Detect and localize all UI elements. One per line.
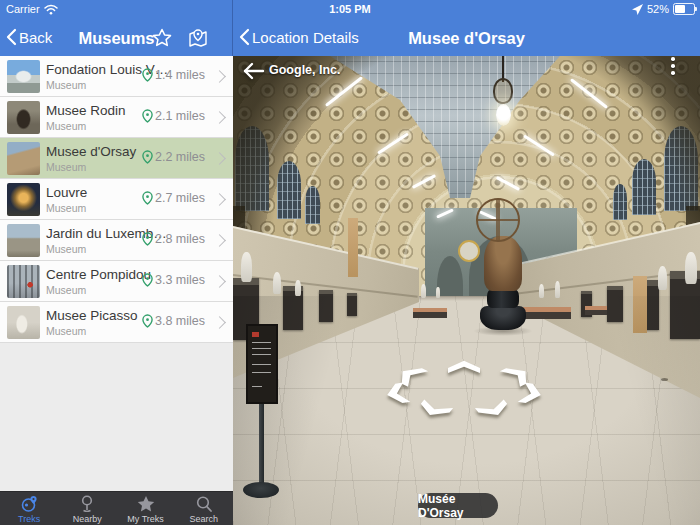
- distance-pin-icon: [142, 191, 153, 205]
- list-item-fondation[interactable]: Fondation Louis V… Museum 1.4 miles: [0, 56, 233, 97]
- museum-title: Musee Rodin: [46, 103, 126, 118]
- statue-pedestal-drum: [487, 289, 519, 308]
- museum-list: Fondation Louis V… Museum 1.4 miles Muse…: [0, 56, 233, 343]
- statue: [295, 280, 301, 296]
- sign-base: [243, 482, 279, 498]
- statue-pedestal: [480, 306, 526, 330]
- google-attribution: Google, Inc.: [269, 63, 341, 77]
- distance-pin-icon: [142, 232, 153, 246]
- info-sign: [246, 324, 278, 404]
- trek-route-icon: [19, 494, 39, 514]
- street-view-title: Musee d'Orsay: [233, 29, 700, 48]
- distance-label: 2.1 miles: [142, 109, 205, 123]
- museum-category: Museum: [46, 243, 86, 255]
- chevron-right-icon: [213, 111, 226, 124]
- distance-label: 3.8 miles: [142, 314, 205, 328]
- tab-nearby[interactable]: Nearby: [58, 492, 116, 525]
- map-pin-icon[interactable]: [187, 27, 209, 49]
- chevron-right-icon: [213, 70, 226, 83]
- street-view-navigation-ring[interactable]: [379, 356, 549, 426]
- museum-category: Museum: [46, 120, 86, 132]
- museum-title: Louvre: [46, 185, 87, 200]
- museum-category: Museum: [46, 284, 86, 296]
- map-pin-icon: [77, 494, 97, 514]
- list-item-rodin[interactable]: Musee Rodin Museum 2.1 miles: [0, 97, 233, 138]
- list-item-orsay-selected[interactable]: Musee d'Orsay Museum 2.2 miles: [0, 138, 233, 179]
- museum-thumbnail: [7, 142, 40, 175]
- museum-title: Centre Pompidou: [46, 267, 151, 282]
- distance-pin-icon: [142, 150, 153, 164]
- distance-pin-icon: [142, 314, 153, 328]
- list-item-jardin[interactable]: Jardin du Luxemb… Museum 2.8 miles: [0, 220, 233, 261]
- lamp-fixture: [493, 78, 513, 104]
- distance-pin-icon: [142, 109, 153, 123]
- chevron-right-icon: [213, 234, 226, 247]
- distance-label: 3.3 miles: [142, 273, 205, 287]
- kebab-menu-icon[interactable]: [670, 57, 676, 77]
- list-item-louvre[interactable]: Louvre Museum 2.7 miles: [0, 179, 233, 220]
- chevron-right-icon: [213, 152, 226, 165]
- clock-time: 1:05 PM: [0, 3, 700, 15]
- list-item-picasso[interactable]: Musee Picasso Museum 3.8 miles: [0, 302, 233, 343]
- search-icon: [194, 494, 214, 514]
- star-icon[interactable]: [151, 27, 173, 49]
- tab-treks[interactable]: Treks: [0, 492, 58, 525]
- museum-thumbnail: [7, 306, 40, 339]
- location-pill-label: Musée D'Orsay: [418, 493, 498, 518]
- street-view-panorama[interactable]: Google, Inc. Musée D'Orsay: [233, 56, 700, 525]
- museum-thumbnail: [7, 265, 40, 298]
- statue: [241, 252, 252, 282]
- battery-icon: [673, 3, 695, 15]
- distance-label: 1.4 miles: [142, 68, 205, 82]
- tab-my-treks[interactable]: My Treks: [117, 492, 175, 525]
- museums-nav-bar: Back Museums: [0, 20, 233, 56]
- tab-search[interactable]: Search: [175, 492, 233, 525]
- statue: [273, 272, 281, 294]
- museum-thumbnail: [7, 101, 40, 134]
- lamp-bulb: [496, 104, 511, 126]
- celestial-sphere: [476, 198, 520, 242]
- star-icon: [136, 494, 156, 514]
- museum-category: Museum: [46, 325, 86, 337]
- floor-mark: [661, 378, 668, 381]
- museum-category: Museum: [46, 79, 86, 91]
- statue: [685, 252, 697, 284]
- museum-category: Museum: [46, 202, 86, 214]
- distance-label: 2.2 miles: [142, 150, 205, 164]
- museum-title: Musee d'Orsay: [46, 144, 136, 159]
- app-screen: Carrier 1:05 PM 52% Back Museums: [0, 0, 700, 525]
- statue: [658, 266, 667, 290]
- list-background: [0, 344, 233, 491]
- museum-thumbnail: [7, 60, 40, 93]
- list-item-pompidou[interactable]: Centre Pompidou Museum 3.3 miles: [0, 261, 233, 302]
- battery-percent: 52%: [647, 3, 669, 15]
- museum-thumbnail: [7, 183, 40, 216]
- museum-thumbnail: [7, 224, 40, 257]
- street-view-back-arrow-icon[interactable]: [241, 58, 267, 84]
- sign-pole: [259, 404, 264, 488]
- location-arrow-icon: [632, 4, 643, 15]
- status-bar: Carrier 1:05 PM 52%: [0, 0, 700, 20]
- chevron-right-icon: [213, 193, 226, 206]
- distance-pin-icon: [142, 273, 153, 287]
- wall-banner: [348, 218, 358, 277]
- tab-bar: Treks Nearby My Treks Search: [0, 491, 233, 525]
- panel-divider: [232, 0, 233, 56]
- bronze-figures-statue: [484, 236, 522, 291]
- distance-pin-icon: [142, 68, 153, 82]
- chevron-right-icon: [213, 275, 226, 288]
- chevron-right-icon: [213, 316, 226, 329]
- distance-label: 2.8 miles: [142, 232, 205, 246]
- museum-title: Musee Picasso: [46, 308, 138, 323]
- street-view-nav-bar: Location Details Musee d'Orsay: [233, 20, 700, 56]
- museum-category: Museum: [46, 161, 86, 173]
- distance-label: 2.7 miles: [142, 191, 205, 205]
